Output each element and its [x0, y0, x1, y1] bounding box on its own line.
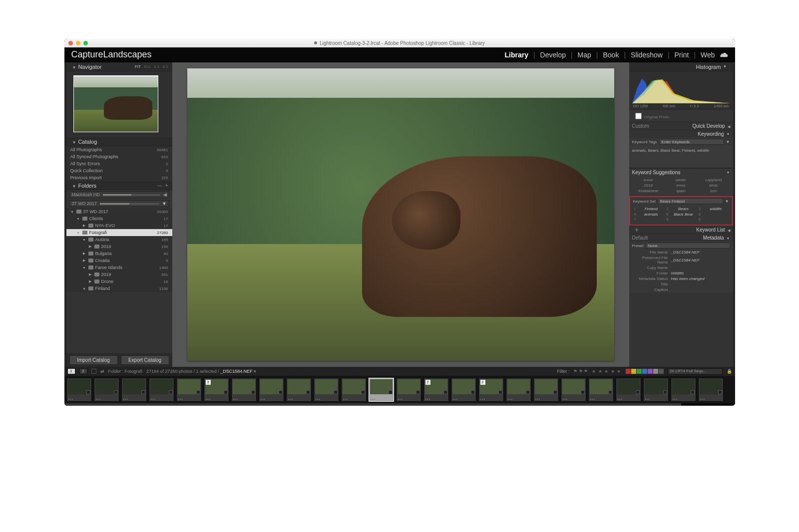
filmstrip-thumb[interactable]: ••• [314, 378, 339, 402]
chevron-down-icon[interactable]: ▼ [725, 199, 729, 204]
folder-row[interactable]: ▼Austria195 [66, 236, 172, 243]
filmstrip-thumb[interactable]: •••2 [423, 378, 449, 402]
zoom-custom[interactable]: 2:1 [162, 64, 168, 69]
flag-filter-icon[interactable]: ⚑ ⚑ ⚑ [573, 369, 588, 374]
keyword-suggestions-header[interactable]: Keyword Suggestions▼ [629, 168, 733, 176]
folder-row[interactable]: ▶Bulgaria40 [66, 250, 172, 257]
filmstrip-thumb[interactable]: ••• [149, 378, 174, 402]
filmstrip-thumb[interactable]: ••• [231, 378, 257, 402]
folder-row[interactable]: ▶Drone16 [66, 278, 172, 285]
filmstrip-thumb[interactable]: •••2 [478, 378, 504, 402]
catalog-item[interactable]: All Photographs68481 [66, 146, 172, 153]
filmstrip-thumb[interactable]: ••• [66, 378, 92, 402]
keyword-set-item[interactable]: Black Bear [670, 212, 697, 217]
filmstrip-thumb[interactable]: ••• [643, 378, 669, 402]
color-swatch[interactable] [637, 369, 642, 374]
filmstrip-thumb[interactable]: ••• [506, 378, 531, 402]
keyword-set-select[interactable]: Bears Finland [658, 198, 723, 204]
keyword-suggestion[interactable]: Lappland [698, 178, 729, 182]
keyword-suggestion[interactable]: birds [698, 183, 729, 188]
metadata-row[interactable]: Caption [629, 287, 733, 292]
keyword-set-item[interactable]: Finland [638, 207, 665, 211]
keyword-suggestion[interactable]: 2019 [633, 183, 664, 188]
metadata-row[interactable]: Metadata StatusHas been changed [629, 276, 733, 281]
original-photo-checkbox[interactable] [635, 113, 642, 119]
color-swatch[interactable] [659, 369, 664, 374]
loupe-view[interactable] [172, 62, 629, 367]
module-print[interactable]: Print [675, 51, 689, 59]
keyword-suggestion[interactable]: winter [666, 178, 696, 182]
screen-1-button[interactable]: 1 [67, 368, 75, 374]
volume-external[interactable]: 3T WD 2017▼ [69, 200, 169, 207]
filmstrip-thumb[interactable]: ••• [451, 378, 476, 402]
navigator-header[interactable]: ▼Navigator FIT ALL 1:1 2:1 [66, 62, 172, 71]
filmstrip-thumb[interactable]: ••• [588, 378, 614, 402]
metadata-row[interactable]: FolderWildlife [629, 270, 733, 276]
import-catalog-button[interactable]: Import Catalog [69, 355, 118, 365]
zoom-all[interactable]: ALL [144, 64, 151, 69]
filmstrip-thumb[interactable]: ••• [533, 378, 559, 402]
module-library[interactable]: Library [504, 51, 528, 59]
keyword-suggestion[interactable]: Kodiakbear [633, 189, 664, 193]
folder-row[interactable]: ▶Croatia5 [66, 257, 172, 264]
color-swatch[interactable] [648, 369, 653, 374]
keyword-current[interactable]: animals, Bears, Black Bear, Finland, wil… [629, 146, 733, 168]
folder-row[interactable]: ▶NYA-EVO17 [66, 222, 172, 229]
metadata-row[interactable]: Preserved File Name_DSC1584.NEF [629, 255, 733, 265]
filmstrip-thumb[interactable]: ••• [671, 378, 696, 402]
filmstrip-thumb[interactable]: ••• [286, 378, 312, 402]
filmstrip-scrollbar[interactable] [64, 403, 735, 406]
catalog-item[interactable]: All Sync Errors2 [66, 160, 172, 167]
metadata-row[interactable]: File Name_DSC1584.NEF [629, 250, 733, 255]
lock-icon[interactable]: 🔒 [727, 369, 732, 374]
navigator-thumbnail[interactable] [73, 75, 158, 132]
filmstrip-thumb[interactable]: ••• [176, 378, 202, 402]
module-develop[interactable]: Develop [540, 51, 566, 59]
folders-header[interactable]: ▼Folders — + [66, 181, 172, 190]
filmstrip-thumb[interactable]: •••3 [204, 378, 229, 402]
filmstrip-thumb[interactable]: ••• [616, 378, 641, 402]
add-keyword-button[interactable]: + [632, 226, 642, 235]
module-web[interactable]: Web [701, 51, 715, 59]
color-swatch[interactable] [631, 369, 636, 374]
original-photo-toggle[interactable]: Original Photo [629, 110, 733, 122]
grid-view-icon[interactable] [91, 369, 96, 374]
filmstrip-thumb[interactable]: ••• [698, 378, 724, 402]
color-swatch[interactable] [653, 369, 658, 374]
module-slideshow[interactable]: Slideshow [631, 51, 663, 59]
catalog-header[interactable]: ▼Catalog [66, 137, 172, 146]
keyword-set-item[interactable]: animals [638, 212, 665, 217]
metadata-row[interactable]: Title [629, 281, 733, 287]
disclosure-triangle-icon[interactable]: ▼ [72, 65, 76, 70]
keyword-suggestion[interactable]: snow [633, 178, 664, 182]
export-catalog-button[interactable]: Export Catalog [121, 355, 169, 365]
filmstrip-thumb[interactable]: ••• [369, 378, 394, 402]
catalog-item[interactable]: Quick Collection5 [66, 167, 172, 174]
chevron-down-icon[interactable]: ▼ [726, 140, 730, 144]
disclosure-triangle-icon[interactable]: ▼ [72, 184, 76, 189]
metadata-row[interactable]: Copy Name [629, 265, 733, 270]
cloud-sync-icon[interactable] [720, 52, 728, 57]
catalog-item[interactable]: All Synced Photographs810 [66, 153, 172, 160]
filmstrip-thumb[interactable]: ••• [259, 378, 284, 402]
catalog-item[interactable]: Previous Import225 [66, 174, 172, 181]
keyword-set-item[interactable]: wildlife [703, 207, 729, 211]
folder-row[interactable]: ▼Faroe Islands1460 [66, 264, 172, 271]
filmstrip[interactable]: ••••••••••••••••••3•••••••••••••••••••••… [64, 376, 735, 406]
keyword-tags-mode[interactable]: Enter Keywords [659, 139, 724, 145]
histogram-graph[interactable] [632, 73, 730, 103]
keyword-suggestion[interactable]: spain [666, 189, 696, 193]
folder-row[interactable]: ▶2019591 [66, 271, 172, 278]
keyword-suggestion[interactable]: zoo [698, 189, 729, 193]
metadata-preset-select[interactable]: None [646, 243, 730, 249]
filter-preset-select[interactable]: 00 LRT4 Full Sequ... [668, 368, 723, 375]
color-swatch[interactable] [626, 369, 631, 374]
folder-row[interactable]: ▼Fotografi27260 [66, 229, 172, 236]
disclosure-triangle-icon[interactable]: ▼ [72, 140, 76, 145]
module-map[interactable]: Map [578, 51, 591, 59]
filmstrip-thumb[interactable]: ••• [94, 378, 119, 402]
histogram-header[interactable]: Histogram▼ [629, 62, 733, 71]
rating-filter[interactable]: ★ ★ ★ ★ ★ [592, 369, 621, 374]
module-book[interactable]: Book [603, 51, 619, 59]
keyword-set-item[interactable]: Bears [670, 207, 697, 211]
